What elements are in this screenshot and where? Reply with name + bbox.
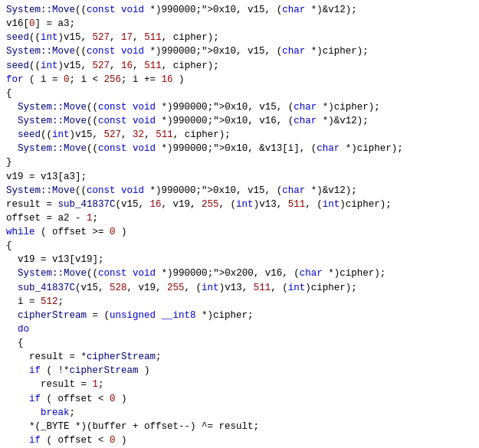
code-line: { [0,239,479,253]
code-line: System::Move((const void *)990000;">0x10… [0,3,479,17]
code-line: break; [0,406,479,420]
code-line: } [0,155,479,169]
code-line: result = sub_41837C(v15, 16, v19, 255, (… [0,198,479,211]
code-line: result = *cipherStream; [0,350,479,364]
code-line: if ( offset < 0 ) [0,392,479,406]
code-line: System::Move((const void *)990000;">0x10… [0,142,479,155]
code-line: cipherStream = (unsigned __int8 *)cipher… [0,309,479,322]
code-line: *(_BYTE *)(buffer + offset--) ^= result; [0,420,479,433]
code-line: { [0,87,479,100]
code-line: i = 512; [0,295,479,309]
code-line: v19 = v13[v19]; [0,253,479,267]
code-line: for ( i = 0; i < 256; i += 16 ) [0,73,479,87]
code-line: while ( offset >= 0 ) [0,225,479,239]
code-line: if ( !*cipherStream ) [0,364,479,378]
code-line: seed((int)v15, 527, 16, 511, cipher); [0,59,479,73]
code-line: sub_41837C(v15, 528, v19, 255, (int)v13,… [0,281,479,295]
code-line: seed((int)v15, 527, 32, 511, cipher); [0,128,479,142]
code-line: result = 1; [0,378,479,391]
code-line: System::Move((const void *)990000;">0x10… [0,100,479,114]
code-line: do [0,322,479,336]
code-line: v19 = v13[a3]; [0,170,479,184]
code-line: System::Move((const void *)990000;">0x10… [0,184,479,198]
code-line: System::Move((const void *)990000;">0x20… [0,267,479,280]
code-lines: System::Move((const void *)990000;">0x10… [0,3,479,448]
code-line: offset = a2 - 1; [0,211,479,225]
code-line: { [0,336,479,350]
code-line: System::Move((const void *)990000;">0x10… [0,114,479,128]
code-line: v16[0] = a3; [0,17,479,31]
code-line: System::Move((const void *)990000;">0x10… [0,44,479,58]
code-line: seed((int)v15, 527, 17, 511, cipher); [0,31,479,44]
code-line: if ( offset < 0 ) [0,433,479,447]
code-container: System::Move((const void *)990000;">0x10… [0,0,479,448]
